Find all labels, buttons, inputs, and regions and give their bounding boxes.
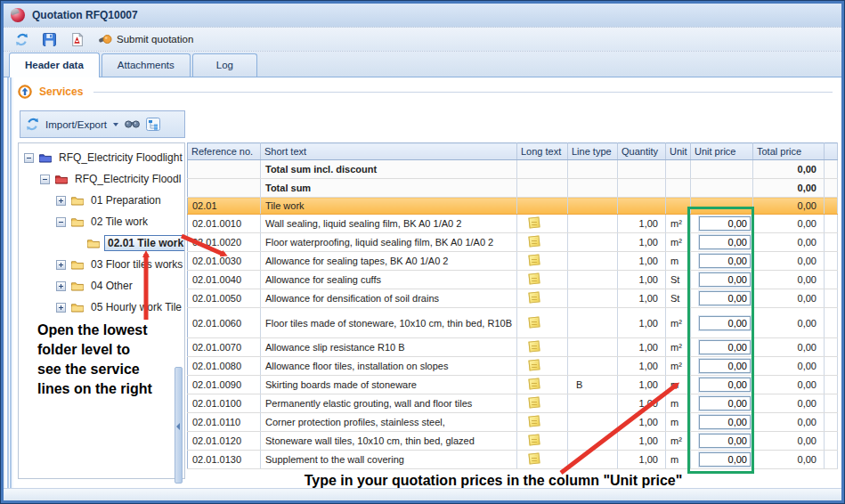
expand-plus-icon[interactable] <box>56 196 66 206</box>
group-row-tile-work[interactable]: 02.01Tile work 0,00 <box>188 198 838 215</box>
tab-log[interactable]: Log <box>192 53 257 77</box>
service-row[interactable]: 02.01.0030Allowance for sealing tapes, B… <box>188 252 838 271</box>
service-row[interactable]: 02.01.0040Allowance for sealing cuffs 1,… <box>188 271 838 289</box>
col-header-line-type[interactable]: Line type <box>568 143 618 160</box>
total-sum-incl-discount-row: Total sum incl. discount 0,00 <box>188 160 838 179</box>
section-divider <box>93 92 833 93</box>
expand-plus-icon[interactable] <box>56 303 66 313</box>
tree-item-04-other[interactable]: 04 Other <box>19 275 184 297</box>
tree-item-label: 01 Preparation <box>88 193 164 207</box>
import-export-button[interactable]: Import/Export <box>45 119 107 130</box>
col-header-unit[interactable]: Unit <box>666 143 691 160</box>
col-header-short-text[interactable]: Short text <box>261 143 517 160</box>
long-text-note-icon[interactable] <box>528 396 540 408</box>
collapse-minus-icon[interactable] <box>56 217 66 227</box>
unit-price-input[interactable] <box>699 378 751 392</box>
refresh-icon <box>15 33 28 46</box>
tree-item-label: 05 Hourly work Tile <box>88 300 184 314</box>
collapse-minus-icon[interactable] <box>24 153 34 163</box>
unit-price-input[interactable] <box>699 272 751 287</box>
expand-plus-icon[interactable] <box>56 260 66 270</box>
services-label: Services <box>39 85 83 98</box>
service-row[interactable]: 02.01.0050Allowance for densification of… <box>188 289 838 308</box>
service-row[interactable]: 02.01.0020Floor waterproofing, liquid se… <box>188 233 838 252</box>
quotation-window: Quotation RFQ10007 <box>0 0 845 504</box>
long-text-note-icon[interactable] <box>528 378 540 389</box>
col-header-total-price[interactable]: Total price <box>753 143 825 160</box>
dropdown-caret-icon[interactable] <box>113 123 118 126</box>
folder-icon <box>54 174 69 184</box>
unit-price-input[interactable] <box>699 434 751 448</box>
unit-price-input[interactable] <box>699 396 751 411</box>
collapse-section-icon[interactable] <box>18 85 32 99</box>
service-row[interactable]: 02.01.0120Stoneware wall tiles, 10x10 cm… <box>188 432 838 451</box>
service-lines-table: Reference no. Short text Long text Line … <box>187 142 837 469</box>
tab-header-data[interactable]: Header data <box>9 53 100 77</box>
long-text-note-icon[interactable] <box>528 272 540 284</box>
unit-price-input[interactable] <box>699 254 751 268</box>
unit-price-input[interactable] <box>699 359 751 373</box>
unit-price-input[interactable] <box>699 235 751 249</box>
service-row[interactable]: 02.01.0110Corner protection profiles, st… <box>188 413 838 432</box>
tree-item-rfq-electricity-floodlight[interactable]: RFQ_Electricity Floodlight <box>19 147 184 168</box>
refresh-button[interactable] <box>11 29 33 49</box>
content-area: Services Import/Export <box>4 77 841 488</box>
col-header-reference-no[interactable]: Reference no. <box>188 143 261 160</box>
tree-item-label: 02.01 Tile work <box>104 235 185 251</box>
service-row[interactable]: 02.01.0080Allowance floor tiles, install… <box>188 357 838 376</box>
hierarchy-icon[interactable] <box>146 118 160 131</box>
long-text-note-icon[interactable] <box>528 359 540 370</box>
tree-item-01-preparation[interactable]: 01 Preparation <box>19 190 184 211</box>
col-header-long-text[interactable]: Long text <box>517 143 568 160</box>
expand-plus-icon[interactable] <box>56 281 66 291</box>
long-text-note-icon[interactable] <box>528 452 540 464</box>
tree-item-03-floor-tiles-works[interactable]: 03 Floor tiles works <box>19 254 184 275</box>
submit-icon <box>98 33 112 45</box>
tree-toolbar: Import/Export <box>20 110 185 138</box>
unit-price-input[interactable] <box>699 291 751 305</box>
unit-price-input[interactable] <box>699 452 751 467</box>
service-row[interactable]: 02.01.0090Skirting boards made of stonew… <box>188 376 838 394</box>
service-row[interactable]: 02.01.0060Floor tiles made of stoneware,… <box>188 308 838 338</box>
unit-price-input[interactable] <box>699 340 751 354</box>
left-scroll-gutter <box>4 77 13 488</box>
tab-attachments[interactable]: Attachments <box>102 53 191 77</box>
long-text-note-icon[interactable] <box>528 340 540 352</box>
service-row[interactable]: 02.01.0070Allowance slip resistance R10 … <box>188 338 838 357</box>
titlebar: Quotation RFQ10007 <box>4 4 841 27</box>
folder-icon <box>70 259 85 270</box>
window-title: Quotation RFQ10007 <box>32 9 138 21</box>
collapse-minus-icon[interactable] <box>40 175 50 184</box>
app-icon <box>11 8 25 22</box>
long-text-note-icon[interactable] <box>528 316 540 328</box>
long-text-note-icon[interactable] <box>528 415 540 427</box>
refresh-icon[interactable] <box>26 118 39 131</box>
col-header-quantity[interactable]: Quantity <box>618 143 666 160</box>
tree-item-0201-tile-work-selected[interactable]: 02.01 Tile work <box>19 232 184 254</box>
total-sum-row: Total sum 0,00 <box>188 179 838 198</box>
tabstrip: Header data Attachments Log <box>4 52 841 77</box>
long-text-note-icon[interactable] <box>528 254 540 265</box>
tree-item-05-hourly-work-tile[interactable]: 05 Hourly work Tile <box>19 297 184 318</box>
tree-item-rfq-electricity-floodl[interactable]: RFQ_Electricity Floodl <box>19 168 184 190</box>
pdf-button[interactable] <box>66 29 88 49</box>
unit-price-input[interactable] <box>699 216 751 231</box>
unit-price-input[interactable] <box>699 415 751 429</box>
col-header-unit-price[interactable]: Unit price <box>691 143 753 160</box>
service-row[interactable]: 02.01.0130Supplement to the wall coverin… <box>188 451 838 469</box>
long-text-note-icon[interactable] <box>528 291 540 303</box>
unit-price-input[interactable] <box>699 316 751 330</box>
save-button[interactable] <box>38 29 61 49</box>
service-row[interactable]: 02.01.0010Wall sealing, liquid sealing f… <box>188 215 838 233</box>
long-text-note-icon[interactable] <box>528 216 540 228</box>
tree-item-02-tile-work[interactable]: 02 Tile work <box>19 211 184 232</box>
folder-icon <box>70 280 85 291</box>
folder-icon <box>70 302 85 313</box>
long-text-note-icon[interactable] <box>528 235 540 247</box>
annotation-open-folder: Open the lowest folder level to see the … <box>37 321 180 399</box>
status-bar <box>4 488 841 500</box>
service-row[interactable]: 02.01.0100Permanently elastic grouting, … <box>188 394 838 413</box>
long-text-note-icon[interactable] <box>528 434 540 445</box>
submit-quotation-button[interactable]: Submit quotation <box>93 29 198 49</box>
binoculars-icon[interactable] <box>125 119 140 129</box>
